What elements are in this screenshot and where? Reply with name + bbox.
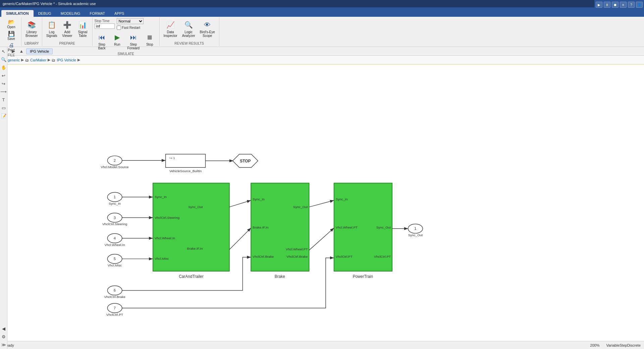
svg-line-45	[229, 200, 251, 207]
logic-analyzer-button[interactable]: 🔍 LogicAnalyzer	[180, 18, 197, 39]
sidebar-text-tool[interactable]: T	[1, 97, 7, 103]
step-forward-button[interactable]: ⏭ StepForward	[125, 31, 142, 51]
statusbar: Ready 200% VariableStepDiscrete	[0, 341, 644, 349]
svg-text:CarAndTrailer: CarAndTrailer	[179, 274, 204, 279]
trs-btn-2[interactable]: ⏸	[604, 2, 610, 8]
step-forward-icon: ⏭	[128, 32, 139, 43]
svg-text:VhclCtrl.PT: VhclCtrl.PT	[106, 313, 123, 316]
fast-restart-checkbox[interactable]	[117, 26, 121, 30]
run-button[interactable]: ▶ Run	[110, 31, 125, 48]
svg-line-47	[309, 200, 334, 207]
tab-modeling[interactable]: MODELING	[56, 10, 85, 17]
sidebar-more-button[interactable]: ≫	[1, 342, 7, 348]
sidebar-zoom-tool[interactable]: 🔍	[1, 56, 7, 62]
data-inspector-button[interactable]: 📈 DataInspector	[162, 18, 179, 39]
fast-restart-row: Fast Restart	[117, 26, 144, 30]
tab-simulation[interactable]: SIMULATION	[1, 10, 34, 17]
breadcrumb-carmaker: 🗂	[25, 58, 29, 62]
svg-text:VhclCtrl.Steering: VhclCtrl.Steering	[102, 222, 127, 226]
svg-text:Sync_Out: Sync_Out	[376, 226, 391, 229]
breadcrumb-generic[interactable]: generic	[8, 58, 20, 62]
ribbon: 📂 Open 💾 Save 🖨 Print FILE 📚 LibraryBrow…	[0, 17, 644, 47]
trs-btn-3[interactable]: ⏹	[612, 2, 619, 8]
tab-format[interactable]: FORMAT	[85, 10, 110, 17]
svg-text:Vhcl.Misc: Vhcl.Misc	[108, 263, 122, 267]
svg-text:Vhcl.Wheel.PT: Vhcl.Wheel.PT	[336, 226, 358, 229]
svg-text:VhclCtrl.PT: VhclCtrl.PT	[336, 255, 353, 258]
svg-text:VhclCtrl.Brake: VhclCtrl.Brake	[104, 295, 126, 299]
svg-text:Sync_Out: Sync_Out	[408, 233, 423, 237]
trs-btn-1[interactable]: ▶	[596, 2, 602, 8]
trs-btn-6[interactable]: 👤	[636, 2, 643, 8]
stop-button[interactable]: ⏹ Stop	[142, 31, 157, 48]
nav-forward-button[interactable]: ▶	[10, 48, 17, 55]
svg-text:Brake.IF.In: Brake.IF.In	[187, 247, 203, 250]
model-tab[interactable]: IPG Vehicle	[26, 48, 53, 54]
solver-mode: VariableStepDiscrete	[606, 343, 641, 347]
birds-eye-icon: 👁	[202, 19, 213, 30]
sidebar-pan-tool[interactable]: ✋	[1, 64, 7, 70]
sidebar-area-tool[interactable]: ▭	[1, 105, 7, 111]
sidebar-settings-button[interactable]: ⚙	[1, 334, 7, 340]
sidebar-annotation-tool[interactable]: 📝	[1, 113, 7, 119]
left-sidebar: ↖ 🔍 ✋ ↩ ↪ ⟶ T ▭ 📝 ◀ ⚙ ≫	[0, 47, 7, 349]
svg-text:VhclCtrl.Steering: VhclCtrl.Steering	[155, 216, 179, 219]
svg-text:~= 1: ~= 1	[169, 156, 175, 160]
sidebar-connect-tool[interactable]: ⟶	[1, 89, 7, 95]
library-browser-button[interactable]: 📚 LibraryBrowser	[23, 18, 40, 39]
trs-btn-4[interactable]: ≡	[620, 2, 627, 8]
canvas-area[interactable]: 2 Vhcl.Model.Source ~= 1 VehicleSource_B…	[7, 65, 644, 341]
add-viewer-icon: ➕	[62, 19, 73, 30]
sidebar-undo-button[interactable]: ↩	[1, 72, 7, 79]
svg-text:VehicleSource_BuiltIn: VehicleSource_BuiltIn	[169, 169, 202, 173]
solver-select[interactable]: Normal	[117, 18, 144, 24]
trs-btn-5[interactable]: ?	[628, 2, 635, 8]
add-viewer-button[interactable]: ➕ AddViewer	[60, 18, 75, 39]
library-group-items: 📚 LibraryBrowser	[23, 18, 40, 41]
svg-text:7: 7	[114, 306, 116, 310]
open-icon: 📂	[8, 19, 15, 25]
titlebar: generic/CarMaker/IPG Vehicle * - Simulin…	[0, 0, 644, 7]
ribbon-group-prepare: 📋 LogSignals ➕ AddViewer 📊 SignalTable P…	[42, 17, 93, 46]
stop-time-input[interactable]	[95, 23, 115, 29]
nav-up-button[interactable]: ▲	[18, 48, 25, 55]
svg-text:VhclCtrl.PT: VhclCtrl.PT	[374, 255, 391, 258]
svg-text:Vhcl.Wheel.PT: Vhcl.Wheel.PT	[286, 247, 308, 251]
svg-text:VhclCtrl.Brake: VhclCtrl.Brake	[286, 255, 308, 258]
sidebar-hide-button[interactable]: ◀	[1, 326, 7, 332]
prepare-group-label: PREPARE	[59, 42, 75, 45]
svg-text:STOP: STOP	[240, 159, 251, 163]
signal-table-button[interactable]: 📊 SignalTable	[75, 18, 90, 39]
svg-text:5: 5	[114, 257, 116, 261]
open-button[interactable]: 📂 Open	[6, 18, 16, 30]
ribbon-group-review: 📈 DataInspector 🔍 LogicAnalyzer 👁 Bird's…	[160, 17, 219, 46]
library-group-label: LIBRARY	[24, 42, 39, 45]
svg-text:4: 4	[114, 236, 116, 240]
top-right-strip: ▶ ⏸ ⏹ ≡ ? 👤	[594, 0, 644, 9]
svg-text:Sync_In: Sync_In	[109, 202, 121, 205]
svg-text:Sync_Out: Sync_Out	[188, 205, 203, 209]
svg-text:1: 1	[414, 227, 416, 231]
save-icon: 💾	[8, 31, 15, 37]
log-signals-button[interactable]: 📋 LogSignals	[44, 18, 59, 39]
svg-text:Brake.IF.In: Brake.IF.In	[253, 226, 268, 229]
sidebar-redo-button[interactable]: ↪	[1, 81, 7, 87]
sidebar-pointer-tool[interactable]: ↖	[1, 48, 7, 54]
tab-apps[interactable]: APPS	[110, 10, 129, 17]
ribbon-group-simulate: Stop Time Normal Fast Restart ⏮ StepBa	[93, 17, 160, 46]
breadcrumb: 🗂 generic ▶ 🗂 CarMaker ▶ 🗂 IPG Vehicle ▶	[0, 56, 644, 64]
breadcrumb-carmaker-label[interactable]: CarMaker	[30, 58, 46, 62]
statusbar-right: 200% VariableStepDiscrete	[590, 343, 641, 347]
svg-text:VhclCtrl.Brake: VhclCtrl.Brake	[253, 255, 274, 258]
diagram-svg: 2 Vhcl.Model.Source ~= 1 VehicleSource_B…	[7, 65, 644, 341]
breadcrumb-ipgvehicle-label[interactable]: IPG Vehicle	[57, 58, 76, 62]
svg-text:Vhcl.Misc: Vhcl.Misc	[155, 257, 169, 260]
svg-text:PowerTrain: PowerTrain	[353, 274, 373, 279]
svg-line-48	[309, 228, 334, 250]
stop-time-label: Stop Time	[95, 19, 115, 23]
step-back-button[interactable]: ⏮ StepBack	[95, 31, 109, 51]
save-button[interactable]: 💾 Save	[6, 30, 16, 41]
breadcrumb-ipgvehicle: 🗂	[52, 58, 55, 62]
tab-debug[interactable]: DEBUG	[34, 10, 56, 17]
birds-eye-button[interactable]: 👁 Bird's-EyeScope	[198, 18, 217, 39]
